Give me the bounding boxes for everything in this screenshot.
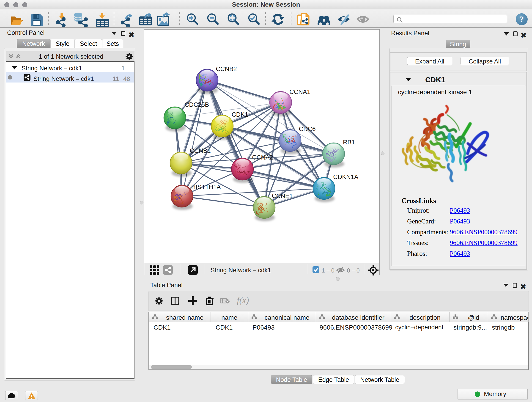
svg-text:CDC25B: CDC25B xyxy=(185,101,209,108)
svg-text:CDKN1A: CDKN1A xyxy=(333,173,358,180)
svg-text:CDC6: CDC6 xyxy=(299,126,316,133)
svg-text:RB1: RB1 xyxy=(343,139,355,146)
svg-text:HIST1H1A: HIST1H1A xyxy=(191,184,221,191)
svg-text:CCNB2: CCNB2 xyxy=(216,65,237,72)
svg-text:CCNA1: CCNA1 xyxy=(289,89,310,95)
svg-text:CCNE1: CCNE1 xyxy=(272,192,293,199)
svg-text:CCNB1: CCNB1 xyxy=(190,147,211,154)
svg-text:CCNA2: CCNA2 xyxy=(252,154,273,161)
svg-text:CDK1: CDK1 xyxy=(232,111,248,118)
